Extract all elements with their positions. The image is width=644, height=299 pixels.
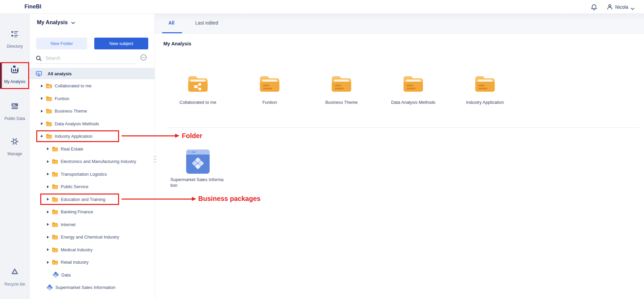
tree-item-industry-application[interactable]: Industry Application [30,130,155,143]
expand-arrow-icon[interactable] [41,97,43,100]
expand-arrow-icon[interactable] [47,160,49,163]
annotation-label-business-packages: Business packages [198,195,261,203]
expand-arrow-icon[interactable] [47,211,49,213]
top-header: FineBI Nicola [0,0,644,14]
expand-arrow-icon[interactable] [47,223,49,226]
expand-arrow-icon[interactable] [47,173,49,175]
expand-arrow-icon[interactable] [47,261,49,264]
tree-item-collaborated-to-me[interactable]: Collaborated to me [30,80,155,92]
notification-bell-icon[interactable] [591,4,597,10]
tree-item-all-analysis[interactable]: All analysis [30,68,155,79]
folder-icon [259,73,281,94]
expand-arrow-icon[interactable] [41,110,43,113]
expand-arrow-icon[interactable] [47,185,49,188]
analysis-tree: Collaborated to me Funtion Business Them… [30,80,155,294]
sidebar-item-directory[interactable]: Directory [0,30,30,49]
folder-card-funtion[interactable]: Funtion [242,69,297,105]
section-divider [167,127,640,128]
analysis-tree-panel: My Analysis New Folder New subject All a… [30,14,155,299]
folder-icon [46,96,52,101]
folder-icon [474,73,496,94]
expand-arrow-icon[interactable] [47,248,49,251]
tree-item-retail-industry[interactable]: Retail Industry [30,256,155,269]
tree-item-electronics-manufacturing[interactable]: Electronics and Manufacturing Industry [30,155,155,168]
folder-icon [52,197,58,202]
user-menu[interactable]: Nicola [607,4,635,10]
tree-item-banking-finance[interactable]: Banking Finance [30,206,155,218]
tree-item-public-service[interactable]: Public Service [30,180,155,193]
new-subject-button[interactable]: New subject [94,38,148,49]
chevron-down-icon [71,19,75,26]
folder-share-icon [187,73,209,94]
new-folder-button[interactable]: New Folder [36,38,87,49]
section-title: My Analysis [163,41,191,46]
expand-arrow-icon[interactable] [41,122,43,125]
tree-item-supermarket-sales-information[interactable]: Supermarket Sales Information [30,281,155,294]
tab-all[interactable]: All [168,14,174,32]
folder-icon [52,260,58,265]
tree-item-transportation-logistics[interactable]: Transportation Logistics [30,168,155,181]
recycle-bin-icon [10,267,19,276]
tree-item-data[interactable]: Data [30,269,155,282]
folder-icon [52,234,58,240]
folder-icon [52,172,58,177]
folder-icon [52,184,58,189]
annotation-label-folder: Folder [182,132,202,140]
my-analysis-icon [10,65,19,74]
sidebar-item-recycle-bin[interactable]: Recycle bin [0,267,30,287]
expand-arrow-icon[interactable] [47,236,49,239]
app-sidebar: Directory My Analysis Public Data Manage… [0,14,30,299]
chevron-down-icon [631,6,635,8]
active-tab-underline [162,32,182,34]
all-analysis-screen-icon [36,71,42,77]
folder-icon [52,209,58,214]
tree-item-business-theme[interactable]: Business Theme [30,105,155,118]
subject-card-supermarket-sales-information[interactable]: Supermarket Sales Information [170,150,225,188]
public-data-icon [10,102,19,111]
folder-icon [52,146,58,152]
folder-icon [52,222,58,227]
subject-diamond-icon [53,272,59,278]
expand-arrow-icon[interactable] [47,198,49,201]
folder-icon [52,159,58,164]
sidebar-item-manage[interactable]: Manage [0,137,30,156]
finebi-logo: FineBI [24,4,41,10]
tab-last-edited[interactable]: Last edited [195,14,218,32]
folder-icon [46,121,52,126]
expand-arrow-icon[interactable] [41,85,43,87]
folder-card-collaborated-to-me[interactable]: Collaborated to me [170,69,225,105]
tree-item-data-analysis-methods[interactable]: Data Analysis Methods [30,118,155,130]
sidebar-item-public-data[interactable]: Public Data [0,102,30,121]
search-box [36,53,136,64]
tree-item-real-estate[interactable]: Real Estate [30,143,155,156]
folder-card-data-analysis-methods[interactable]: Data Analysis Methods [386,69,441,105]
search-icon [36,55,42,61]
annotation-arrowhead-folder [175,134,179,138]
subject-app-icon [186,150,210,174]
panel-title[interactable]: My Analysis [37,19,75,26]
tree-item-internet[interactable]: Internet [30,218,155,231]
search-input[interactable] [45,55,136,61]
annotation-arrowhead-business-packages [192,197,196,201]
folder-card-industry-application[interactable]: Industry Application [458,69,513,105]
tree-item-medical-industry[interactable]: Medical Industry [30,244,155,256]
main-tabstrip: All Last edited [155,14,644,34]
folder-card-business-theme[interactable]: Business Theme [314,69,369,105]
folder-icon [46,109,52,114]
folder-icon [330,73,353,94]
more-options-icon[interactable] [140,54,147,61]
folder-icon [402,73,424,94]
user-name: Nicola [615,4,628,10]
finebi-app: FineBI Nicola Directory My Anal [0,0,644,299]
user-avatar-icon [607,4,613,10]
sidebar-item-my-analysis[interactable]: My Analysis [0,65,30,84]
tree-item-funtion[interactable]: Funtion [30,92,155,105]
collapse-arrow-icon[interactable] [40,135,44,138]
tree-item-education-and-training[interactable]: Education and Training [30,193,155,206]
folder-card-grid: Collaborated to me Funtion Business Them… [170,69,513,105]
expand-arrow-icon[interactable] [47,147,49,150]
panel-resize-handle[interactable] [153,155,157,165]
tree-item-energy-chemical[interactable]: Energy and Chemical Industry [30,231,155,244]
manage-gear-icon [10,137,19,146]
folder-share-icon [46,83,52,88]
